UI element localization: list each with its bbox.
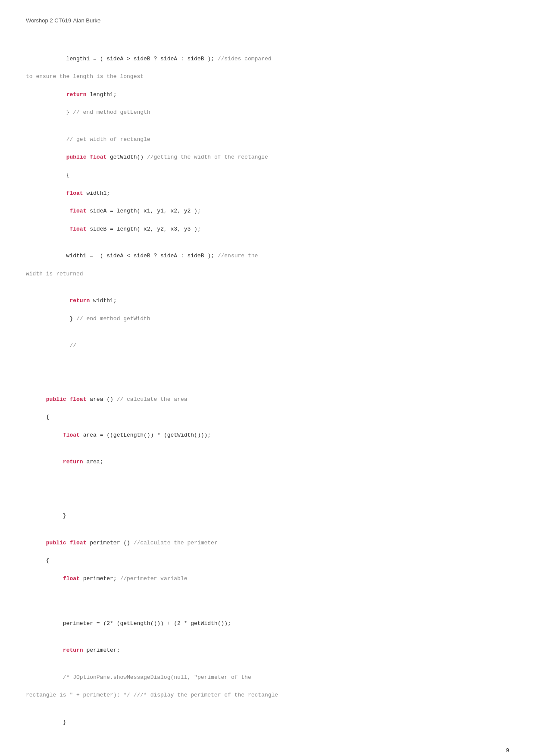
code-line: } — [26, 718, 509, 727]
code-line: // — [26, 341, 509, 350]
code-line: } — [26, 512, 509, 521]
code-line: return width1; — [26, 297, 509, 306]
code-line: { — [26, 171, 509, 180]
code-line: public float perimeter () //calculate th… — [26, 539, 509, 548]
code-line: width is returned — [26, 270, 509, 279]
code-line: { — [26, 556, 509, 565]
code-line: float perimeter; //perimeter variable — [26, 575, 509, 584]
code-content: length1 = ( sideA > sideB ? sideA : side… — [26, 37, 509, 745]
code-line: perimeter = (2* (getLength())) + (2 * ge… — [26, 619, 509, 628]
page-number: 9 — [506, 747, 509, 753]
code-line: float area = ((getLength()) * (getWidth(… — [26, 431, 509, 440]
code-line: // get width of rectangle — [26, 135, 509, 144]
code-line: public float getWidth() //getting the wi… — [26, 153, 509, 162]
code-line: to ensure the length is the longest — [26, 72, 509, 81]
code-line: { — [26, 413, 509, 422]
code-line: public float area () // calculate the ar… — [26, 395, 509, 404]
code-line: float sideB = length( x2, y2, x3, y3 ); — [26, 225, 509, 234]
code-line: length1 = ( sideA > sideB ? sideA : side… — [26, 55, 509, 64]
code-line: rectangle is " + perimeter); */ ///* dis… — [26, 691, 509, 700]
code-line: float sideA = length( x1, y1, x2, y2 ); — [26, 207, 509, 216]
code-line: /* JOptionPane.showMessageDialog(null, "… — [26, 673, 509, 682]
code-line: } // end method getWidth — [26, 315, 509, 324]
header-title: Worshop 2 CT619-Alan Burke — [26, 17, 100, 24]
code-line: return area; — [26, 458, 509, 467]
code-line: float width1; — [26, 189, 509, 198]
code-line: width1 = ( sideA < sideB ? sideA : sideB… — [26, 252, 509, 261]
code-line: return length1; — [26, 91, 509, 100]
page-header: Worshop 2 CT619-Alan Burke — [26, 17, 509, 24]
page: Worshop 2 CT619-Alan Burke length1 = ( s… — [0, 0, 535, 756]
code-line: return perimeter; — [26, 646, 509, 655]
code-line: } // end method getLength — [26, 108, 509, 117]
